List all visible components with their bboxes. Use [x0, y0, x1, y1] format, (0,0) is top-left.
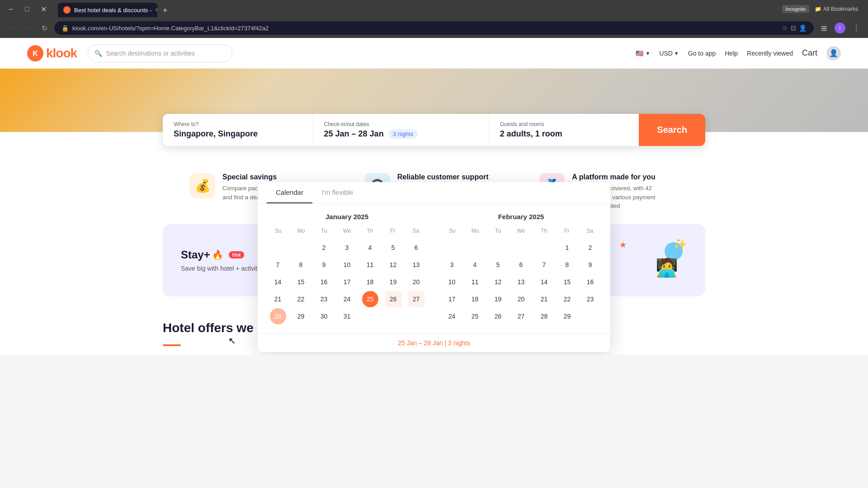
cal-day-jan-28[interactable]: 28 [270, 308, 286, 324]
maximize-button[interactable]: □ [21, 3, 33, 15]
cal-day-jan-17[interactable]: 17 [339, 274, 355, 290]
currency-selector[interactable]: USD ▼ [659, 50, 679, 57]
minimize-button[interactable]: – [5, 3, 17, 15]
guests-label: Guests and rooms [500, 121, 628, 127]
cal-day-feb-3[interactable]: 3 [444, 257, 460, 273]
cal-day-feb-26[interactable]: 26 [490, 308, 506, 324]
cal-day-feb-22[interactable]: 22 [559, 291, 576, 307]
cal-day-feb-11[interactable]: 11 [467, 274, 483, 290]
cal-day-jan-14[interactable]: 14 [270, 274, 286, 290]
reload-button[interactable]: ↻ [38, 22, 51, 34]
cal-day-feb-21[interactable]: 21 [536, 291, 552, 307]
profile-icon[interactable]: 👤 [799, 24, 807, 32]
new-tab-button[interactable]: + [159, 4, 171, 17]
cal-day-feb-7[interactable]: 7 [536, 257, 552, 273]
cal-day-jan-11[interactable]: 11 [362, 257, 378, 273]
profile-button[interactable]: I [834, 22, 846, 34]
dates-field[interactable]: Check-in/out dates 25 Jan – 28 Jan 3 nig… [313, 114, 489, 146]
logo[interactable]: K klook [27, 45, 77, 61]
go-to-app-link[interactable]: Go to app [688, 50, 716, 57]
guests-field[interactable]: Guests and rooms 2 adults, 1 room [489, 114, 639, 146]
bookmarks-button[interactable]: 📁 All Bookmarks [815, 5, 858, 13]
cal-day-jan-13[interactable]: 13 [408, 257, 425, 273]
cal-day-feb-14[interactable]: 14 [536, 274, 552, 290]
cal-day-jan-16[interactable]: 16 [316, 274, 332, 290]
menu-button[interactable]: ⋮ [850, 22, 863, 34]
cal-day-jan-7[interactable]: 7 [270, 257, 286, 273]
cal-day-feb-1[interactable]: 1 [559, 239, 576, 256]
cal-day-feb-8[interactable]: 8 [559, 257, 576, 273]
cal-day-feb-16[interactable]: 16 [582, 274, 599, 290]
cal-day-feb-13[interactable]: 13 [513, 274, 529, 290]
cal-day-jan-25[interactable]: 25 [362, 291, 378, 307]
language-selector[interactable]: 🇺🇸 ▼ [636, 50, 650, 57]
savings-title: Special savings [222, 173, 329, 181]
cal-day-jan-3[interactable]: 3 [339, 239, 355, 256]
recently-viewed-link[interactable]: Recently viewed [747, 50, 793, 57]
cart-link[interactable]: Cart [802, 48, 817, 58]
cal-day-jan-19[interactable]: 19 [385, 274, 401, 290]
cal-day-feb-15[interactable]: 15 [559, 274, 576, 290]
cal-day-feb-9[interactable]: 9 [582, 257, 599, 273]
cal-day-feb-10[interactable]: 10 [444, 274, 460, 290]
header-search-bar[interactable]: 🔍 Search destinations or activities [88, 44, 232, 62]
cal-day-jan-21[interactable]: 21 [270, 291, 286, 307]
cal-day-feb-29[interactable]: 29 [559, 308, 576, 324]
platform-title: A platform made for you [572, 173, 678, 181]
cal-day-feb-25[interactable]: 25 [467, 308, 483, 324]
cal-day-jan-20[interactable]: 20 [408, 274, 425, 290]
calendar-tab[interactable]: Calendar [267, 182, 312, 203]
address-bar[interactable]: 🔒 klook.com/en-US/hotels/?spm=Home.Categ… [54, 21, 814, 35]
user-avatar[interactable]: 👤 [826, 46, 841, 61]
cal-day-feb-18[interactable]: 18 [467, 291, 483, 307]
wd-we: We [335, 226, 359, 236]
cal-day-jan-29[interactable]: 29 [293, 308, 309, 324]
cal-day-jan-18[interactable]: 18 [362, 274, 378, 290]
cal-day-feb-28[interactable]: 28 [536, 308, 552, 324]
destination-field[interactable]: Where to? Singapore, Singapore [163, 114, 313, 146]
cal-day-jan-23[interactable]: 23 [316, 291, 332, 307]
cal-day-feb-5[interactable]: 5 [490, 257, 506, 273]
cal-day-jan-15[interactable]: 15 [293, 274, 309, 290]
bookmark-icon[interactable]: ☆ [782, 24, 788, 32]
cal-day-feb-17[interactable]: 17 [444, 291, 460, 307]
cal-day-jan-26[interactable]: 26 [385, 291, 401, 307]
cal-day-feb-12[interactable]: 12 [490, 274, 506, 290]
screen-cast-icon[interactable]: ⊡ [791, 24, 796, 32]
help-link[interactable]: Help [725, 50, 738, 57]
cal-day-jan-27[interactable]: 27 [408, 291, 425, 307]
cal-day-feb-20[interactable]: 20 [513, 291, 529, 307]
tab-close-icon[interactable]: ✕ [155, 7, 157, 13]
calendar-month-2: February 2025 Su Mo Tu We Th Fr Sa 12345… [441, 213, 601, 324]
cal-day-jan-12[interactable]: 12 [385, 257, 401, 273]
flexible-tab[interactable]: I'm flexible [312, 182, 362, 203]
cal-day-jan-9[interactable]: 9 [316, 257, 332, 273]
search-button[interactable]: Search [639, 114, 705, 146]
cal-day-jan-8[interactable]: 8 [293, 257, 309, 273]
cal-day-feb-23[interactable]: 23 [582, 291, 599, 307]
cal-day-feb-4[interactable]: 4 [467, 257, 483, 273]
cal-day-feb-27[interactable]: 27 [513, 308, 529, 324]
cal-day-jan-24[interactable]: 24 [339, 291, 355, 307]
cal-day-feb-24[interactable]: 24 [444, 308, 460, 324]
cal-day-jan-31[interactable]: 31 [339, 308, 355, 324]
cal-day-jan-4[interactable]: 4 [362, 239, 378, 256]
cal-day-feb-19[interactable]: 19 [490, 291, 506, 307]
back-button[interactable]: ← [5, 22, 18, 34]
cal-day-feb-2[interactable]: 2 [582, 239, 599, 256]
destination-value: Singapore, Singapore [174, 129, 302, 139]
forward-button[interactable]: → [22, 22, 34, 34]
cal-day-jan-5[interactable]: 5 [385, 239, 401, 256]
calendar-footer: 25 Jan – 28 Jan | 3 nights [258, 333, 610, 352]
cal-day-jan-6[interactable]: 6 [408, 239, 425, 256]
active-tab[interactable]: Best hotel deals & discounts - ✕ [58, 3, 157, 17]
site-header: K klook 🔍 Search destinations or activit… [0, 38, 868, 69]
close-button[interactable]: ✕ [37, 3, 50, 15]
cal-day-jan-30[interactable]: 30 [316, 308, 332, 324]
browser-window-controls[interactable]: – □ ✕ [5, 3, 50, 15]
cal-day-jan-10[interactable]: 10 [339, 257, 355, 273]
cal-day-feb-6[interactable]: 6 [513, 257, 529, 273]
cal-day-jan-2[interactable]: 2 [316, 239, 332, 256]
cal-day-jan-22[interactable]: 22 [293, 291, 309, 307]
extensions-button[interactable]: ⊞ [817, 22, 830, 34]
